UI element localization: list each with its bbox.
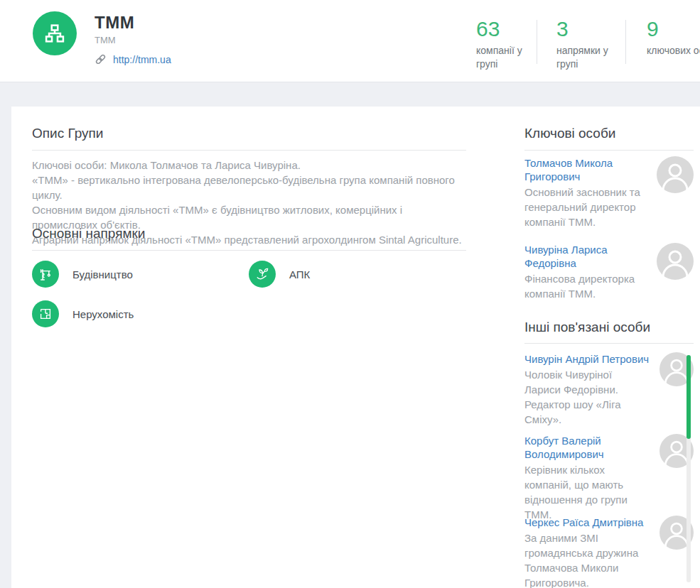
sprout-hand-icon — [249, 261, 276, 288]
main-card: Опис Групи Ключові особи: Микола Толмачо… — [11, 107, 700, 588]
stat-companies-label: компанії у групі — [476, 44, 542, 71]
stat-companies-value: 63 — [476, 17, 542, 40]
crane-icon — [32, 261, 59, 288]
page-subtitle: ТММ — [95, 35, 171, 45]
description-heading: Опис Групи — [32, 126, 103, 141]
direction-label: АПК — [289, 268, 310, 281]
page-header: ТММ ТММ http://tmm.ua 63 компанії у груп… — [0, 0, 700, 82]
person-name-link[interactable]: Чивуріна Лариса Федорівна — [524, 243, 650, 270]
person-name-link[interactable]: Корбут Валерій Володимирович — [524, 434, 650, 461]
key-person-row: Чивуріна Лариса Федорівна Фінансова дире… — [524, 243, 694, 301]
stats-divider — [537, 20, 537, 64]
avatar — [657, 156, 694, 193]
stat-directions-label: напрямки у групі — [556, 44, 622, 71]
stat-directions-value: 3 — [556, 17, 622, 40]
person-description: Фінансова директорка компанії ТММ. — [524, 271, 650, 301]
person-description: За даними ЗМІ громадянська дружина Толма… — [524, 530, 650, 588]
divider — [32, 150, 466, 151]
group-stats: 63 компанії у групі 3 напрямки у групі 9… — [465, 17, 700, 67]
direction-label: Будівництво — [72, 268, 133, 281]
stats-divider — [625, 20, 626, 64]
directions-heading: Основні напрямки — [32, 226, 145, 241]
building-plan-icon — [32, 300, 59, 327]
stat-key-people-label: ключових осіб — [647, 44, 700, 58]
direction-label: Нерухомість — [72, 308, 134, 320]
related-person-row: Черкес Раїса Дмитрівна За даними ЗМІ гро… — [524, 516, 694, 588]
person-description: Основний засновник та генеральний директ… — [524, 185, 650, 229]
divider — [524, 343, 694, 344]
direction-item-realestate[interactable]: Нерухомість — [32, 300, 134, 327]
stat-companies: 63 компанії у групі — [476, 17, 542, 71]
stat-directions: 3 напрямки у групі — [556, 17, 622, 71]
related-list-scrollbar-track[interactable] — [686, 355, 691, 582]
person-description: Керівник кількох компаній, що мають відн… — [524, 462, 650, 522]
hierarchy-icon — [43, 21, 67, 45]
related-person-row: Чивурін Андрій Петрович Чоловік Чивуріно… — [524, 352, 694, 427]
website-url[interactable]: http://tmm.ua — [113, 54, 171, 65]
direction-item-construction[interactable]: Будівництво — [32, 261, 133, 288]
direction-item-agro[interactable]: АПК — [249, 261, 310, 288]
stat-key-people-value: 9 — [647, 17, 700, 40]
divider — [32, 250, 466, 251]
description-line: Ключові особи: Микола Толмачов та Лариса… — [32, 158, 469, 173]
key-people-heading: Ключові особи — [524, 126, 615, 141]
divider — [524, 150, 694, 151]
related-people-heading: Інші пов'язані особи — [524, 320, 650, 335]
related-list-scrollbar-thumb[interactable] — [686, 355, 691, 439]
person-description: Чоловік Чивуріної Лариси Федорівни. Реда… — [524, 367, 650, 427]
avatar — [657, 243, 694, 280]
stat-key-people: 9 ключових осіб — [647, 17, 700, 58]
page-title: ТММ — [95, 13, 171, 33]
person-name-link[interactable]: Чивурін Андрій Петрович — [524, 352, 650, 366]
related-person-row: Корбут Валерій Володимирович Керівник кі… — [524, 434, 694, 522]
link-icon — [95, 53, 107, 65]
key-person-row: Толмачов Микола Григорович Основний засн… — [524, 156, 694, 229]
group-logo — [33, 11, 77, 55]
description-line: «ТММ» - вертикально інтегрована девелопе… — [32, 173, 469, 202]
website-link-row[interactable]: http://tmm.ua — [95, 53, 171, 65]
person-name-link[interactable]: Толмачов Микола Григорович — [524, 156, 650, 183]
person-name-link[interactable]: Черкес Раїса Дмитрівна — [524, 516, 650, 529]
